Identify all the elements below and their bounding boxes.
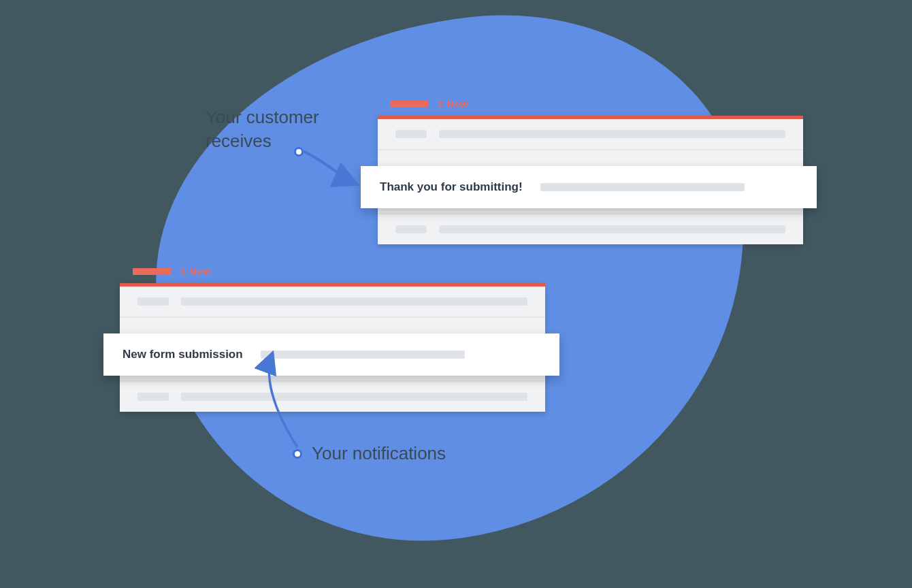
caption-customer: Your customerreceives <box>206 105 319 153</box>
caption-anchor-dot <box>294 147 304 157</box>
new-message-card-customer: Thank you for submitting! <box>361 166 817 208</box>
new-message-card-notifications: New form submission <box>103 333 559 376</box>
new-badge-notifications: 1 New <box>133 265 211 277</box>
badge-text: 1 New <box>438 98 468 110</box>
new-badge-customer: 1 New <box>390 98 468 110</box>
caption-anchor-dot <box>293 449 302 459</box>
placeholder-long <box>439 225 785 233</box>
placeholder-long <box>181 393 527 401</box>
placeholder-long <box>540 183 745 191</box>
placeholder-long <box>261 350 465 359</box>
caption-notifications: Your notifications <box>312 442 446 466</box>
badge-bar <box>133 268 171 275</box>
placeholder-short <box>137 393 169 401</box>
placeholder-short <box>395 130 427 138</box>
badge-bar <box>390 101 428 108</box>
placeholder-long <box>181 297 527 306</box>
inbox-row <box>378 213 803 244</box>
placeholder-short <box>395 225 427 233</box>
message-subject: New form submission <box>123 348 243 361</box>
placeholder-short <box>137 297 169 306</box>
badge-text: 1 New <box>180 265 211 277</box>
inbox-row <box>120 287 545 316</box>
placeholder-long <box>439 130 785 138</box>
inbox-row <box>120 380 545 412</box>
inbox-row <box>378 119 803 149</box>
message-subject: Thank you for submitting! <box>380 180 523 194</box>
